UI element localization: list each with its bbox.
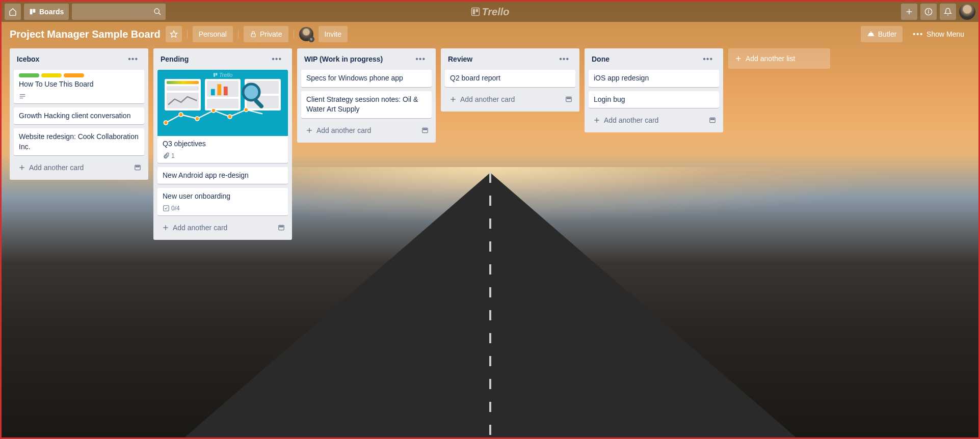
trello-logo[interactable]: Trello: [470, 6, 509, 18]
card[interactable]: Website redesign: Cook Collaboration Inc…: [14, 128, 144, 155]
list-title[interactable]: Pending: [161, 55, 269, 63]
svg-rect-14: [867, 36, 874, 36]
butler-icon: [867, 31, 875, 38]
card-template-button[interactable]: [134, 164, 141, 171]
member-avatar[interactable]: [299, 27, 313, 41]
card[interactable]: New Android app re-design: [157, 167, 288, 184]
card-template-button[interactable]: [565, 96, 572, 103]
info-button[interactable]: [920, 4, 937, 20]
add-card-button[interactable]: Add another card: [304, 124, 417, 136]
separator: [294, 30, 294, 38]
visibility-button[interactable]: Private: [244, 26, 288, 42]
card-template-button[interactable]: [421, 127, 429, 134]
home-button[interactable]: [5, 4, 21, 20]
card[interactable]: How To Use This Board: [14, 70, 144, 103]
search-icon: [153, 8, 162, 16]
board-header: Project Manager Sample Board Personal Pr…: [2, 22, 978, 46]
card-template-button[interactable]: [278, 224, 285, 231]
label-yellow[interactable]: [41, 73, 62, 77]
card-title: Q3 objectives: [163, 139, 283, 149]
svg-point-30: [195, 117, 199, 121]
plus-icon: [905, 8, 913, 16]
list: Done ••• iOS app redesignLogin bug Add a…: [585, 48, 723, 132]
svg-point-29: [179, 113, 183, 117]
butler-button[interactable]: Butler: [861, 26, 903, 42]
bell-icon: [944, 8, 952, 16]
card[interactable]: Q2 board report: [445, 70, 575, 87]
card-cover: Trello: [157, 70, 288, 136]
card[interactable]: Growth Hacking client conversation: [14, 107, 144, 125]
plus-icon: [593, 116, 601, 124]
card-title: Client Strategy session notes: Oil & Wat…: [306, 95, 427, 115]
add-card-button[interactable]: Add another card: [448, 93, 561, 105]
plus-icon: [18, 163, 26, 172]
svg-marker-12: [170, 31, 177, 37]
ellipsis-icon: •••: [703, 54, 713, 63]
list-menu-button[interactable]: •••: [125, 53, 141, 65]
info-icon: [924, 8, 933, 16]
svg-rect-27: [224, 87, 228, 95]
card[interactable]: Specs for Windows phone app: [301, 70, 432, 87]
add-card-button[interactable]: Add another card: [592, 114, 705, 126]
card[interactable]: Client Strategy session notes: Oil & Wat…: [301, 91, 432, 118]
svg-rect-40: [280, 226, 283, 227]
card[interactable]: Trello Q3 objectives1: [157, 70, 288, 163]
star-icon: [170, 30, 178, 38]
list-menu-button[interactable]: •••: [556, 53, 572, 65]
checklist-badge: 0/4: [163, 205, 180, 212]
list-menu-button[interactable]: •••: [700, 53, 716, 65]
list-title[interactable]: Icebox: [17, 55, 125, 63]
ellipsis-icon: •••: [559, 54, 569, 63]
svg-point-32: [228, 115, 232, 119]
invite-button[interactable]: Invite: [319, 26, 348, 42]
notifications-button[interactable]: [940, 4, 956, 20]
svg-rect-25: [211, 89, 215, 96]
team-button[interactable]: Personal: [193, 26, 233, 42]
user-avatar[interactable]: [959, 4, 975, 20]
svg-rect-23: [214, 73, 215, 77]
plus-icon: [305, 126, 313, 134]
create-button[interactable]: [901, 4, 917, 20]
label-orange[interactable]: [64, 73, 84, 77]
list-menu-button[interactable]: •••: [412, 53, 429, 65]
add-card-button[interactable]: Add another card: [17, 161, 130, 174]
list: WIP (Work in progress) ••• Specs for Win…: [297, 48, 436, 143]
ellipsis-icon: •••: [913, 30, 923, 38]
card[interactable]: New user onboarding0/4: [157, 188, 288, 215]
search-input[interactable]: [72, 4, 166, 20]
card[interactable]: Login bug: [589, 91, 719, 108]
card-labels[interactable]: [19, 73, 139, 77]
card-template-button[interactable]: [709, 117, 716, 124]
card-title: How To Use This Board: [19, 79, 139, 90]
list-title[interactable]: WIP (Work in progress): [304, 55, 412, 63]
boards-button[interactable]: Boards: [24, 4, 69, 20]
card-title: Website redesign: Cook Collaboration Inc…: [19, 132, 139, 152]
plus-icon: [449, 95, 457, 103]
svg-point-31: [211, 108, 216, 113]
card[interactable]: iOS app redesign: [589, 70, 719, 87]
board-title[interactable]: Project Manager Sample Board: [10, 29, 161, 40]
top-bar: Boards Trello: [2, 2, 978, 22]
add-card-button[interactable]: Add another card: [161, 222, 274, 234]
board-canvas[interactable]: Icebox ••• How To Use This BoardGrowth H…: [2, 46, 978, 242]
card-title: New user onboarding: [163, 191, 283, 202]
show-menu-button[interactable]: ••• Show Menu: [907, 26, 970, 42]
add-list-button[interactable]: Add another list: [728, 48, 830, 69]
separator: [187, 30, 188, 38]
boards-icon: [29, 8, 36, 15]
card-title: Login bug: [594, 95, 714, 105]
list-title[interactable]: Review: [448, 55, 556, 63]
card-title: iOS app redesign: [594, 73, 714, 84]
svg-rect-35: [253, 98, 264, 109]
star-button[interactable]: [166, 26, 182, 42]
svg-rect-52: [711, 119, 714, 120]
boards-label: Boards: [39, 8, 64, 16]
svg-rect-5: [472, 9, 475, 15]
svg-rect-22: [136, 166, 140, 167]
label-green[interactable]: [19, 73, 39, 77]
separator: [238, 30, 239, 38]
list-title[interactable]: Done: [592, 55, 700, 63]
list-menu-button[interactable]: •••: [269, 53, 285, 65]
svg-rect-13: [251, 34, 255, 37]
card-title: New Android app re-design: [163, 171, 283, 181]
